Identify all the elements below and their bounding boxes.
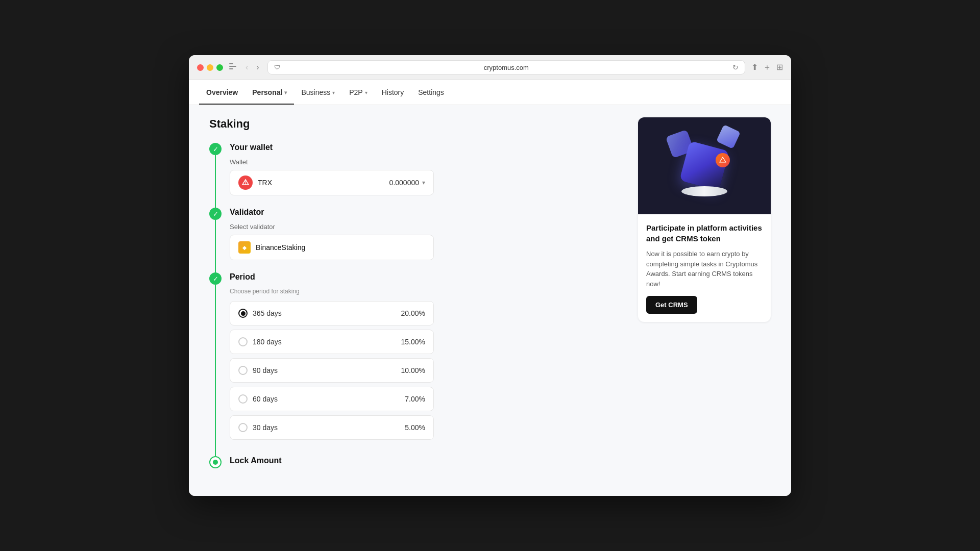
get-crms-button[interactable]: Get CRMS — [646, 296, 697, 314]
radio-180 — [238, 337, 248, 346]
validator-name: BinanceStaking — [256, 243, 305, 252]
grid-icon[interactable]: ⊞ — [776, 62, 783, 73]
wallet-left: TRX — [238, 176, 272, 190]
close-button[interactable] — [197, 64, 204, 71]
period-left-90: 90 days — [238, 366, 278, 375]
step-period: ✓ Period Choose period for staking 365 d… — [209, 272, 622, 456]
period-left-60: 60 days — [238, 394, 278, 404]
nav-item-history[interactable]: History — [375, 80, 411, 105]
period-step-indicator: ✓ — [209, 272, 222, 456]
period-rate-90: 10.00% — [401, 366, 425, 374]
period-days-90: 90 days — [253, 366, 278, 374]
period-option-30[interactable]: 30 days 5.00% — [230, 415, 434, 440]
personal-chevron-icon: ▾ — [284, 90, 287, 95]
period-rate-60: 7.00% — [405, 395, 425, 403]
nav-item-p2p[interactable]: P2P ▾ — [342, 80, 374, 105]
wallet-step-indicator: ✓ — [209, 143, 222, 208]
back-button[interactable]: ‹ — [243, 62, 250, 73]
crystal-decoration — [664, 125, 745, 207]
period-days-365: 365 days — [253, 309, 282, 317]
period-option-90[interactable]: 90 days 10.00% — [230, 358, 434, 383]
promo-image — [638, 117, 771, 214]
validator-step-line — [215, 220, 216, 272]
wallet-chevron-icon: ▾ — [422, 179, 425, 186]
promo-description: Now it is possible to earn crypto by com… — [646, 249, 763, 289]
nav-item-business[interactable]: Business ▾ — [294, 80, 342, 105]
security-icon: 🛡 — [274, 64, 280, 71]
orange-badge — [716, 153, 730, 167]
wallet-selector[interactable]: TRX 0.000000 ▾ — [230, 170, 434, 195]
content-area: Staking ✓ Your wallet Wallet — [189, 105, 791, 496]
new-tab-icon[interactable]: ＋ — [763, 62, 771, 73]
address-bar[interactable]: 🛡 cryptomus.com ↻ — [267, 60, 745, 74]
period-option-365[interactable]: 365 days 20.00% — [230, 301, 434, 325]
radio-90 — [238, 366, 248, 375]
promo-body: Participate in platform activities and g… — [638, 214, 771, 322]
promo-title: Participate in platform activities and g… — [646, 222, 763, 244]
validator-step-title: Validator — [230, 208, 622, 217]
period-left-365: 365 days — [238, 309, 282, 318]
p2p-chevron-icon: ▾ — [365, 90, 368, 95]
reload-button[interactable]: ↻ — [732, 63, 739, 71]
wallet-step-title: Your wallet — [230, 143, 622, 152]
radio-365 — [238, 309, 248, 318]
validator-field-label: Select validator — [230, 223, 622, 231]
browser-actions: ⬆ ＋ ⊞ — [751, 62, 783, 73]
step-validator: ✓ Validator Select validator ◆ BinanceSt… — [209, 208, 622, 272]
step-lock: Lock Amount — [209, 456, 622, 484]
step-wallet: ✓ Your wallet Wallet — [209, 143, 622, 208]
sidebar-toggle[interactable] — [229, 63, 239, 71]
share-icon[interactable]: ⬆ — [751, 62, 758, 73]
validator-step-indicator: ✓ — [209, 208, 222, 272]
radio-30 — [238, 423, 248, 432]
nav-item-personal[interactable]: Personal ▾ — [245, 80, 294, 105]
wallet-step-line — [215, 155, 216, 208]
validator-step-circle: ✓ — [209, 208, 222, 220]
sidebar-card: Participate in platform activities and g… — [638, 117, 771, 484]
page-title: Staking — [209, 117, 622, 131]
minimize-button[interactable] — [207, 64, 213, 71]
wallet-step-circle: ✓ — [209, 143, 222, 155]
crystal-platform — [681, 186, 727, 196]
period-rate-180: 15.00% — [401, 338, 425, 346]
lock-step-circle — [209, 456, 222, 468]
browser-window: ‹ › 🛡 cryptomus.com ↻ ⬆ ＋ ⊞ Overview Per… — [189, 55, 791, 496]
nav-item-settings[interactable]: Settings — [411, 80, 451, 105]
period-left-180: 180 days — [238, 337, 282, 346]
period-option-180[interactable]: 180 days 15.00% — [230, 330, 434, 354]
promo-card: Participate in platform activities and g… — [638, 117, 771, 322]
validator-step-content: Validator Select validator ◆ BinanceStak… — [230, 208, 622, 272]
wallet-name: TRX — [258, 179, 272, 187]
maximize-button[interactable] — [216, 64, 223, 71]
lock-step-indicator — [209, 456, 222, 484]
period-step-content: Period Choose period for staking 365 day… — [230, 272, 622, 456]
period-days-180: 180 days — [253, 338, 282, 346]
url-text: cryptomus.com — [283, 64, 729, 71]
period-days-30: 30 days — [253, 423, 278, 432]
period-step-title: Period — [230, 272, 622, 282]
period-left-30: 30 days — [238, 423, 278, 432]
validator-selector[interactable]: ◆ BinanceStaking — [230, 235, 434, 260]
nav-item-overview[interactable]: Overview — [199, 80, 245, 105]
browser-controls: ‹ › — [229, 62, 261, 73]
period-step-line — [215, 285, 216, 456]
lock-step-title: Lock Amount — [230, 456, 622, 465]
main-content: Staking ✓ Your wallet Wallet — [209, 117, 622, 484]
period-subtitle: Choose period for staking — [230, 288, 622, 295]
nav-bar: Overview Personal ▾ Business ▾ P2P ▾ His… — [189, 80, 791, 105]
period-rate-365: 20.00% — [401, 309, 425, 317]
crystal-small-right — [716, 124, 741, 149]
browser-chrome: ‹ › 🛡 cryptomus.com ↻ ⬆ ＋ ⊞ — [189, 55, 791, 80]
business-chevron-icon: ▾ — [332, 90, 335, 95]
wallet-step-content: Your wallet Wallet TRX — [230, 143, 622, 208]
radio-60 — [238, 394, 248, 404]
traffic-lights — [197, 64, 223, 71]
staking-steps: ✓ Your wallet Wallet — [209, 143, 622, 484]
binance-icon: ◆ — [238, 241, 251, 254]
period-days-60: 60 days — [253, 395, 278, 403]
period-step-circle: ✓ — [209, 272, 222, 285]
period-rate-30: 5.00% — [405, 423, 425, 432]
forward-button[interactable]: › — [254, 62, 261, 73]
period-option-60[interactable]: 60 days 7.00% — [230, 387, 434, 411]
trx-icon — [238, 176, 253, 190]
